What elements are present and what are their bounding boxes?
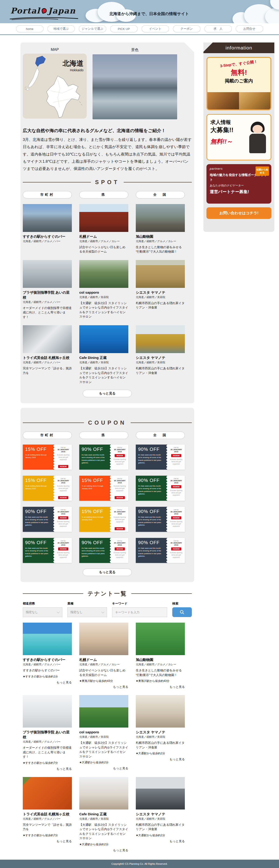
- coupon-card[interactable]: 90% OFF It's Sale week and this month we…: [136, 444, 185, 470]
- banner3-recruit: 運営パートナー募集!: [210, 189, 268, 194]
- tenant-card[interactable]: すすきの駅からすぐのバー 北海道／函館市／グルメ／バー すすきの駅からすぐのバー…: [23, 623, 72, 689]
- tenant-card[interactable]: シエスタ ヤマノテ 北海道／函館市／美容院 札幌市西区山の手にある隠れ家イタリア…: [136, 777, 185, 852]
- tenant-more-link[interactable]: もっと見る: [23, 839, 72, 843]
- coupon-card[interactable]: 90% OFF It's Sale week and this month we…: [23, 507, 72, 532]
- spot-card[interactable]: 札幌ドーム 北海道／函館市／グルメ／カレー 試合やイベントがない日も楽しめる全天…: [79, 204, 128, 254]
- nav-coupon[interactable]: クーポン: [173, 25, 200, 32]
- coupon-card[interactable]: 90% OFF It's Sale week and this month we…: [136, 507, 185, 532]
- spot-card[interactable]: シエスタ ヤマノテ 北海道／函館市／美容院 札幌市西区山の手にある隠れ家イタリア…: [136, 325, 185, 384]
- spot-card[interactable]: col sapporo 北海道／函館市／美容院 【大通駅 徒歩2分】スタイリッシ…: [79, 260, 128, 319]
- tenant-more-link[interactable]: もっと見る: [23, 767, 72, 771]
- spot-more-button[interactable]: もっと見る: [83, 390, 132, 397]
- nav-genre[interactable]: ジャンルで選ぶ: [79, 25, 106, 32]
- redeem-button[interactable]: REDEEM: [171, 548, 182, 551]
- keyword-input[interactable]: [112, 607, 167, 617]
- tenant-more-link[interactable]: もっと見る: [23, 680, 72, 685]
- spot-card[interactable]: シエスタ ヤマノテ 北海道／函館市／美容院 札幌市西区山の手にある隠れ家イタリア…: [136, 260, 185, 319]
- nav-region[interactable]: 地域で選ぶ: [48, 25, 75, 32]
- nav-home[interactable]: home: [16, 25, 44, 32]
- redeem-button[interactable]: REDEEM: [58, 465, 68, 468]
- coupon-color-area: 15% OFF To all clothing items through Ja…: [23, 444, 54, 470]
- listing-guide-banner[interactable]: 3-Stepで、すぐ公開！ 無料! 掲載のご案内: [206, 57, 271, 110]
- tab-city[interactable]: 市町村: [23, 191, 72, 198]
- tenant-card[interactable]: プラザ個別指導学院 あいの里校 北海道／函館市／グルメ／バー オーダーメイドの個…: [23, 695, 72, 771]
- redeem-button[interactable]: REDEEM: [58, 548, 68, 551]
- tenant-more-link[interactable]: もっと見る: [79, 848, 128, 852]
- spot-card[interactable]: プラザ個別指導学院 あいの里校 北海道／函館市／グルメ／バー オーダーメイドの個…: [23, 260, 72, 319]
- garage-image: [136, 777, 185, 809]
- food-photo: [207, 92, 239, 109]
- festival-image: [136, 204, 185, 232]
- tenant-more-link[interactable]: もっと見る: [136, 757, 185, 762]
- tab-prefecture[interactable]: 県: [79, 191, 128, 198]
- coupon-card[interactable]: 15% OFF To all clothing items through Ja…: [79, 476, 128, 501]
- tenant-card[interactable]: Cafe Dining 正蔵 北海道／函館市／美容院 【大通駅 徒歩2分】スタイ…: [79, 777, 128, 852]
- industry-select[interactable]: 指定なし: [67, 607, 107, 617]
- job-recruit-banner[interactable]: 求人情報 大募集!! 無料!!～: [206, 114, 271, 160]
- tenant-category: 北海道／函館市／グルメ／バー: [23, 740, 72, 744]
- nav-jobs[interactable]: 求 人: [204, 25, 232, 32]
- coupon-card[interactable]: 90% OFF It's Sale week and this month we…: [79, 444, 128, 470]
- spot-card[interactable]: トライ式英会話 札幌旭ヶ丘校 北海道／函館市／グルメ／バー 完全マンツーマンで「…: [23, 325, 72, 384]
- heading-line: [23, 593, 83, 594]
- tab-city[interactable]: 市町村: [23, 432, 72, 439]
- redeem-button[interactable]: REDEEM: [171, 454, 182, 457]
- contact-banner[interactable]: お問い合わせはコチラ!: [206, 207, 271, 219]
- tenant-more-link[interactable]: もっと見る: [136, 685, 185, 689]
- coupon-card[interactable]: 90% OFF It's Sale week and this month we…: [23, 538, 72, 563]
- redeem-button[interactable]: REDEEM: [115, 454, 125, 457]
- spot-card-desc: 札幌市西区山の手にある隠れ家イタリアン・洋食屋: [136, 366, 185, 375]
- tenant-card[interactable]: 旭山動物園 北海道／函館市／グルメ／カレー 生き生きとした動物の姿をみせる“行動…: [136, 623, 185, 689]
- nav-contact[interactable]: お問合せ: [236, 25, 263, 32]
- coupon-title: COUPON: [88, 420, 127, 426]
- coupon-discount: 90% OFF: [138, 447, 164, 452]
- coupon-card[interactable]: 90% OFF It's Sale week and this month we…: [136, 538, 185, 563]
- search-button[interactable]: [172, 607, 192, 617]
- tab-prefecture[interactable]: 県: [79, 432, 128, 439]
- japan-map[interactable]: 北海道 Hokkaido: [23, 54, 87, 119]
- tab-national[interactable]: 全 国: [136, 191, 185, 198]
- coupon-color-area: 90% OFF It's Sale week and this month we…: [136, 538, 167, 563]
- use-by-label: Use by:: [61, 447, 66, 448]
- redeem-button[interactable]: REDEEM: [115, 527, 125, 530]
- tenant-more-link[interactable]: もっと見る: [79, 685, 128, 689]
- tenant-card[interactable]: 札幌ドーム 北海道／函館市／グルメ／カレー 試合やイベントがない日も楽しめる全天…: [79, 623, 128, 689]
- use-by-label: Use by:: [117, 478, 122, 479]
- redeem-button[interactable]: REDEEM: [58, 496, 68, 499]
- nav-pickup[interactable]: PICK UP: [110, 25, 138, 32]
- tenant-access: ★すすきの駅から徒歩約1分: [23, 675, 72, 679]
- spot-card[interactable]: 旭山動物園 北海道／函館市／グルメ／カレー 生き生きとした動物の姿をみせる“行動…: [136, 204, 185, 254]
- partner-recruit-banner[interactable]: partners 起業から始める 地域の魅力を発信する情報ポータルサイト あなた…: [206, 164, 271, 204]
- tenant-card[interactable]: トライ式英会話 札幌旭ヶ丘校 北海道／函館市／グルメ／バー 完全マンツーマンで「…: [23, 777, 72, 852]
- redeem-button[interactable]: REDEEM: [171, 516, 182, 519]
- prefecture-select[interactable]: 指定なし: [23, 607, 62, 617]
- tenant-card[interactable]: col sapporo 北海道／函館市／美容院 【大通駅 徒歩2分】スタイリッシ…: [79, 695, 128, 771]
- region-name-en: Hokkaido: [62, 68, 83, 72]
- tab-national[interactable]: 全 国: [136, 432, 185, 439]
- spot-card[interactable]: すすきの駅からすぐのバー 北海道／函館市／グルメ／バー: [23, 204, 72, 254]
- use-by-date: 30 JANUARY 2016: [113, 511, 127, 515]
- coupon-card[interactable]: 15% OFF To all clothing items through Ja…: [23, 476, 72, 501]
- coupon-card[interactable]: 15% OFF To all clothing items through Ja…: [79, 507, 128, 532]
- redeem-button[interactable]: REDEEM: [115, 548, 125, 551]
- coupon-card[interactable]: 90% OFF It's Sale week and this month we…: [79, 538, 128, 563]
- coupon-card[interactable]: 90% OFF It's Sale week and this month we…: [136, 476, 185, 501]
- tenant-more-link[interactable]: もっと見る: [136, 839, 185, 843]
- map-pin-icon: [41, 7, 48, 14]
- redeem-button[interactable]: REDEEM: [171, 485, 182, 488]
- site-logo[interactable]: Portal Japan: [10, 6, 76, 15]
- tenant-card[interactable]: シエスタ ヤマノテ 北海道／函館市／美容院 札幌市西区山の手にある隠れ家イタリア…: [136, 695, 185, 771]
- coupon-excludes: Excludes Sporting items and golf equipme…: [56, 521, 71, 527]
- redeem-button[interactable]: REDEEM: [58, 516, 68, 519]
- tenant-more-link[interactable]: もっと見る: [79, 766, 128, 771]
- coupon-card[interactable]: 15% OFF To all clothing items through Ja…: [23, 444, 72, 470]
- coupon-discount: 90% OFF: [25, 540, 51, 545]
- spot-card-title: シエスタ ヤマノテ: [136, 290, 185, 295]
- coupon-desc: It's Sale week and this month we're show…: [138, 516, 164, 526]
- redeem-button[interactable]: REDEEM: [115, 496, 125, 499]
- nav-event[interactable]: イベント: [142, 25, 169, 32]
- coupon-more-button[interactable]: もっと見る: [83, 568, 132, 576]
- coupon-discount: 15% OFF: [82, 478, 108, 483]
- spot-card[interactable]: Cafe Dining 正蔵 北海道／函館市／美容院 【大通駅 徒歩2分】スタイ…: [79, 325, 128, 384]
- keyword-filter: キーワード: [112, 601, 167, 617]
